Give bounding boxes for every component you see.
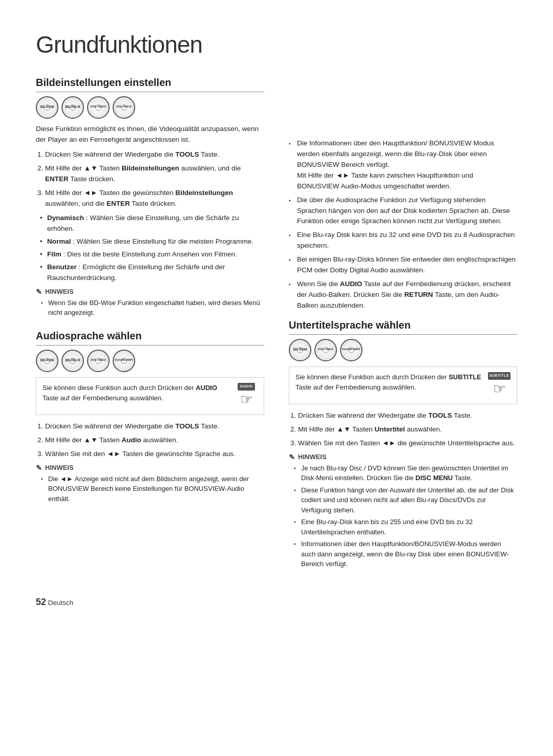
audio-bullet-1: Die Informationen über den Hauptfunktion… (289, 138, 517, 192)
untertitel-bold: Untertitel (375, 425, 405, 433)
untertitel-icons: BD-ROM DVD-VIDEO DivX/MKV/MP4 (289, 339, 517, 361)
disc-icon-dvdvideo-2: DVD-VIDEO (87, 350, 110, 372)
subtitle-btn-label: SUBTITLE (488, 372, 511, 380)
audio-box-text: Sie können diese Funktion auch durch Drü… (42, 383, 230, 403)
pencil-icon-2: ✎ (36, 464, 42, 472)
audio-button-image: AUDIO ☞ (235, 383, 258, 409)
audio-step-1: Drücken Sie während der Wiedergabe die T… (45, 421, 264, 432)
audio-bullet-5: Wenn Sie die AUDIO Taste auf der Fernbed… (289, 279, 517, 311)
return-bold: RETURN (404, 291, 433, 298)
hinweis-item-3-4: Informationen über den Hauptfunktion/BON… (294, 539, 517, 569)
hand-pointing-icon-2: ☞ (493, 382, 506, 396)
page-title: Grundfunktionen (36, 31, 517, 58)
left-column: Bildeinstellungen einstellen BD-ROM BD-R… (36, 77, 264, 581)
audio-right-bullets: Die Informationen über den Hauptfunktion… (289, 138, 517, 311)
audio-bullet-4: Bei einigen Blu-ray-Disks können Sie ent… (289, 254, 517, 276)
section-bildeinstellungen: Bildeinstellungen einstellen BD-ROM BD-R… (36, 77, 264, 318)
tools-bold-2: TOOLS (175, 422, 199, 430)
disc-icon-dvdvideo: DVD-VIDEO (87, 96, 110, 119)
audio-bold: AUDIO (196, 384, 217, 392)
disc-icon-dvdvideo-3: DVD-VIDEO (314, 339, 337, 361)
hinweis-label-2: HINWEIS (45, 464, 74, 471)
untertitel-step-1: Drücken Sie während der Wiedergabe die T… (298, 411, 517, 421)
pencil-icon-3: ✎ (289, 453, 295, 461)
audio-bold-r: AUDIO (340, 280, 363, 288)
hinweis-item-3-1: Je nach Blu-ray Disc / DVD können Sie de… (294, 463, 517, 483)
bildeinstellungen-bold: Bildeinstellungen (122, 164, 180, 172)
hinweis-label-3: HINWEIS (298, 453, 327, 461)
bildeinstellungen-bold2: Bildeinstellungen (176, 189, 233, 197)
section-audiosprache: Audiosprache wählen BD-ROM BD-RE/-R DVD-… (36, 330, 264, 504)
bullet-benutzer: Benutzer : Ermöglicht die Einstellung de… (40, 262, 264, 284)
hinweis-item-2-1: Die ◄► Anzeige wird nicht auf dem Bildsc… (41, 474, 264, 504)
hand-pointing-icon: ☞ (240, 393, 253, 407)
tools-bold-3: TOOLS (428, 412, 452, 419)
hinweis-list-1: Wenn Sie die BD-Wise Funktion eingeschal… (41, 298, 264, 318)
audiosprache-hinweis: ✎ HINWEIS Die ◄► Anzeige wird nicht auf … (36, 464, 264, 504)
bildeinstellungen-bullet-list: Dynamisch : Wählen Sie diese Einstellung… (40, 213, 264, 284)
audio-bullet-2: Die über die Audiosprache Funktion zur V… (289, 195, 517, 227)
hinweis-title-3: ✎ HINWEIS (289, 453, 517, 461)
bullet-dynamisch: Dynamisch : Wählen Sie diese Einstellung… (40, 213, 264, 234)
hinweis-item-1-1: Wenn Sie die BD-Wise Funktion eingeschal… (41, 298, 264, 318)
disc-menu-bold: DISC MENU (415, 474, 453, 482)
disc-icon-divx-3: DivX/MKV/MP4 (340, 339, 363, 361)
audio-function-box: Sie können diese Funktion auch durch Drü… (36, 377, 264, 415)
enter-bold-1: ENTER (45, 175, 69, 183)
step-1: Drücken Sie während der Wiedergabe die T… (45, 149, 264, 160)
audiosprache-heading: Audiosprache wählen (36, 330, 264, 345)
step-3: Mit Hilfe der ◄► Tasten die gewünschten … (45, 188, 264, 209)
bildeinstellungen-icons: BD-ROM BD-RE/-R DVD-VIDEO DVD+RW/+R (36, 96, 264, 119)
untertitel-step-2: Mit Hilfe der ▲▼ Tasten Untertitel auswä… (298, 424, 517, 435)
subtitle-box-text: Sie können diese Funktion auch durch Drü… (295, 372, 483, 393)
hinweis-list-2: Die ◄► Anzeige wird nicht auf dem Bildsc… (41, 474, 264, 504)
audio-step-3: Wählen Sie mit den ◄► Tasten die gewünsc… (45, 449, 264, 460)
hinweis-item-3-3: Eine Blu-ray-Disk kann bis zu 255 und ei… (294, 517, 517, 537)
bullet-film: Film : Dies ist die beste Einstellung zu… (40, 249, 264, 260)
bildeinstellungen-intro: Diese Funktion ermöglicht es Ihnen, die … (36, 124, 264, 145)
tools-bold-1: TOOLS (175, 150, 199, 158)
subtitle-function-box: Sie können diese Funktion auch durch Drü… (289, 366, 517, 404)
untertitel-steps: Drücken Sie während der Wiedergabe die T… (298, 411, 517, 449)
subtitle-bold: SUBTITLE (449, 373, 481, 381)
enter-bold-2: ENTER (107, 200, 130, 207)
disc-icon-bdrom: BD-ROM (36, 96, 58, 119)
disc-icon-divx-2: DivX/MKV/MP4 (113, 350, 135, 372)
benutzer-label: Benutzer (47, 263, 77, 271)
disc-icon-bdrer-2: BD-RE/-R (61, 350, 84, 372)
normal-label: Normal (47, 237, 71, 245)
bildeinstellungen-heading: Bildeinstellungen einstellen (36, 77, 264, 92)
hinweis-label-1: HINWEIS (45, 288, 74, 295)
disc-icon-bdrom-3: BD-ROM (289, 339, 311, 361)
film-label: Film (47, 250, 61, 258)
footer-language: Deutsch (48, 599, 74, 607)
hinweis-item-3-2: Diese Funktion hängt von der Auswahl der… (294, 485, 517, 515)
section-untertitelsprache: Untertitelsprache wählen BD-ROM DVD-VIDE… (289, 319, 517, 569)
disc-icon-bdrom-2: BD-ROM (36, 350, 58, 372)
hinweis-list-3: Je nach Blu-ray Disc / DVD können Sie de… (294, 463, 517, 569)
hinweis-title-2: ✎ HINWEIS (36, 464, 264, 472)
audiosprache-icons: BD-ROM BD-RE/-R DVD-VIDEO DivX/MKV/MP4 (36, 350, 264, 372)
untertitel-hinweis: ✎ HINWEIS Je nach Blu-ray Disc / DVD kön… (289, 453, 517, 569)
untertitel-step-3: Wählen Sie mit den Tasten ◄► die gewünsc… (298, 438, 517, 449)
right-column: Die Informationen über den Hauptfunktion… (289, 77, 517, 581)
bildeinstellungen-hinweis: ✎ HINWEIS Wenn Sie die BD-Wise Funktion … (36, 288, 264, 318)
subtitle-button-image: SUBTITLE ☞ (488, 372, 511, 399)
dynamisch-label: Dynamisch (47, 214, 84, 222)
step-2: Mit Hilfe der ▲▼ Tasten Bildeinstellunge… (45, 163, 264, 185)
audio-btn-label: AUDIO (238, 383, 254, 391)
audio-bullet-3: Eine Blu-ray Disk kann bis zu 32 und ein… (289, 230, 517, 251)
audio-step-2: Mit Hilfe der ▲▼ Tasten Audio auswählen. (45, 435, 264, 446)
pencil-icon-1: ✎ (36, 288, 42, 296)
untertitel-heading: Untertitelsprache wählen (289, 319, 517, 335)
hinweis-title-1: ✎ HINWEIS (36, 288, 264, 296)
disc-icon-dvdrw: DVD+RW/+R (113, 96, 135, 119)
bullet-normal: Normal : Wählen Sie diese Einstellung fü… (40, 236, 264, 247)
page-number: 52 (36, 597, 46, 607)
audio-bold-2: Audio (122, 436, 141, 444)
page-footer: 52 Deutsch (36, 597, 517, 608)
disc-icon-bdrer: BD-RE/-R (61, 96, 84, 119)
bildeinstellungen-steps: Drücken Sie während der Wiedergabe die T… (45, 149, 264, 209)
audiosprache-steps: Drücken Sie während der Wiedergabe die T… (45, 421, 264, 460)
